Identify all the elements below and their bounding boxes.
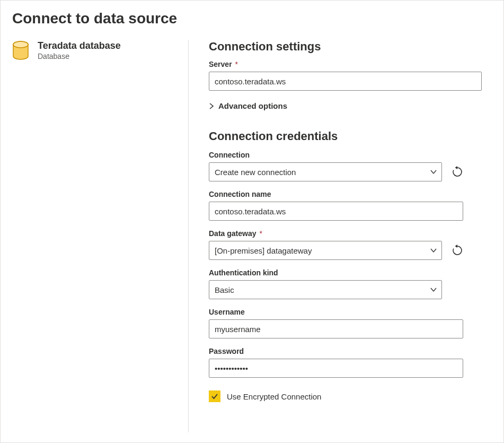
username-input[interactable] (209, 319, 463, 338)
refresh-connection-button[interactable] (449, 164, 465, 180)
connection-settings-heading: Connection settings (209, 40, 482, 54)
auth-kind-select-value: Basic (215, 285, 234, 294)
data-gateway-select[interactable]: [On-premises] datagateway (209, 241, 442, 260)
source-category: Database (38, 52, 121, 62)
source-text: Teradata database Database (38, 40, 121, 61)
auth-kind-label: Authentication kind (209, 268, 482, 277)
checkmark-icon (211, 393, 218, 400)
data-gateway-select-value: [On-premises] datagateway (215, 246, 312, 255)
encrypted-checkbox-label: Use Encrypted Connection (227, 392, 321, 401)
chevron-right-icon (209, 103, 214, 109)
data-gateway-label-text: Data gateway (209, 229, 256, 238)
username-label: Username (209, 308, 482, 316)
encrypted-checkbox-row: Use Encrypted Connection (209, 390, 482, 402)
advanced-options-toggle[interactable]: Advanced options (209, 101, 482, 110)
chevron-down-icon (430, 286, 437, 293)
body-area: Teradata database Database Connection se… (1, 40, 503, 432)
connection-name-label: Connection name (209, 190, 482, 198)
source-name: Teradata database (38, 40, 121, 52)
refresh-icon (452, 245, 463, 256)
server-input[interactable] (209, 72, 482, 91)
form-area: Connection settings Server * Advanced op… (189, 40, 503, 432)
connection-select-value: Create new connection (215, 168, 296, 177)
database-icon (12, 41, 29, 62)
data-gateway-label: Data gateway * (209, 229, 482, 238)
encrypted-checkbox[interactable] (209, 390, 220, 402)
connection-select[interactable]: Create new connection (209, 162, 442, 181)
connection-credentials-heading: Connection credentials (209, 129, 482, 143)
connection-name-input[interactable] (209, 202, 463, 221)
required-marker: * (259, 229, 262, 238)
required-marker: * (235, 60, 237, 68)
refresh-icon (452, 166, 463, 178)
server-label: Server * (209, 60, 482, 68)
advanced-options-label: Advanced options (218, 101, 287, 110)
source-list: Teradata database Database (1, 40, 189, 432)
chevron-down-icon (430, 247, 437, 254)
auth-kind-select[interactable]: Basic (209, 280, 442, 299)
svg-point-1 (13, 41, 28, 48)
page-title: Connect to data source (12, 10, 503, 27)
server-label-text: Server (209, 60, 232, 68)
password-input[interactable] (209, 359, 463, 378)
chevron-down-icon (430, 168, 437, 176)
refresh-gateway-button[interactable] (449, 242, 465, 258)
connect-data-source-panel: Connect to data source Teradata database… (0, 0, 504, 443)
source-item-teradata[interactable]: Teradata database Database (12, 40, 176, 62)
password-label: Password (209, 347, 482, 355)
connection-label: Connection (209, 151, 482, 159)
